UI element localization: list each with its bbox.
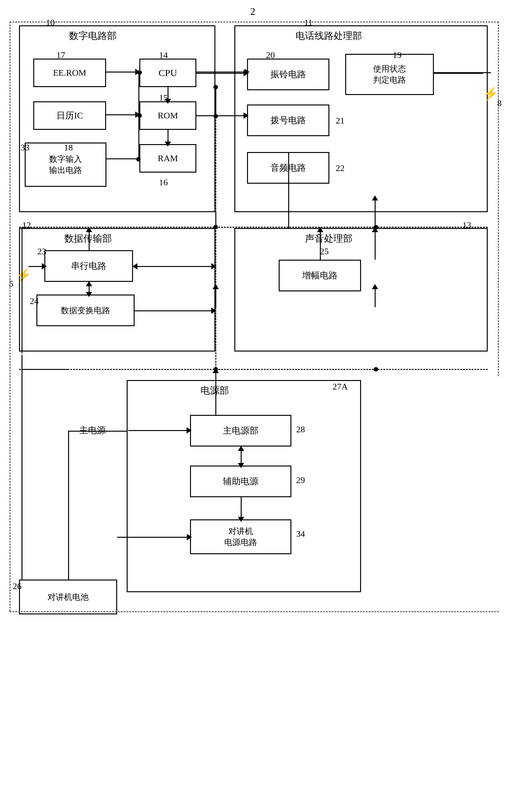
cpu-to-ring-arrow [244, 70, 249, 76]
bus-to-section13-v [375, 228, 376, 260]
num-13: 13 [462, 220, 471, 230]
usage-circuit-label: 使用状态判定电路 [373, 63, 406, 86]
lower-bus-dot-2 [374, 367, 378, 372]
calendar-to-cpu-line [106, 114, 138, 115]
serial-to-bus-line [135, 266, 214, 267]
main-power-box: 主电源部 [190, 415, 291, 446]
num-18: 18 [64, 143, 73, 153]
serial-to-bus-arrow [211, 263, 216, 269]
main-v-bus [216, 86, 216, 377]
aux-to-intercom-line [241, 497, 241, 519]
outer-frame-bottom [9, 611, 499, 612]
diagram: 2 数字电路部 10 电话线路处理部 11 数据传输部 12 声音处理部 13 … [0, 0, 514, 812]
main-power-text: 主电源 [79, 424, 106, 436]
battery-to-intercom-arrow [187, 534, 192, 540]
audio-processing-section: 声音处理部 [234, 228, 488, 351]
rom-box: ROM [139, 102, 196, 130]
data-transfer-section: 数据传输部 [19, 228, 216, 351]
intercom-power-box: 对讲机电源电路 [190, 519, 291, 554]
phone-line-label: 电话线路处理部 [295, 29, 362, 42]
cpu-down-dot [213, 114, 218, 118]
amp-circuit-arrow [317, 227, 323, 232]
battery-to-intercom-line [117, 537, 190, 538]
num-33: 33 [21, 143, 29, 153]
cpu-box: CPU [139, 59, 196, 87]
amp-circuit-v-line [320, 228, 321, 260]
serial-top-arrow [86, 227, 92, 232]
dial-circuit-box: 拨号电路 [247, 105, 330, 136]
num-19: 19 [393, 50, 402, 60]
num-20: 20 [266, 50, 275, 60]
num-21: 21 [336, 116, 345, 126]
main-power-arrow [187, 427, 192, 434]
num-10: 10 [46, 18, 55, 28]
digital-io-v-up [138, 73, 139, 158]
num-23: 23 [37, 246, 46, 257]
left-bus-v-line [22, 227, 23, 353]
num-14: 14 [159, 50, 168, 60]
calendar-ic-box: 日历IC [33, 102, 106, 130]
num-22: 22 [336, 163, 345, 173]
digital-io-label: 数字输入输出电路 [49, 153, 82, 176]
data-transfer-label: 数据传输部 [64, 232, 112, 245]
eerom-label: EE.ROM [53, 68, 86, 78]
diagram-number: 2 [250, 6, 255, 18]
ram-box: RAM [139, 144, 196, 173]
serial-circuit-label: 串行电路 [71, 260, 107, 272]
serial-convert-down-arrow [86, 292, 92, 297]
num-24: 24 [30, 296, 39, 306]
cpu-down-line [216, 87, 216, 116]
rom-to-ram-arrow [165, 142, 171, 147]
eerom-box: EE.ROM [33, 59, 106, 87]
digital-circuit-label: 数字电路部 [69, 29, 117, 42]
bus-to-phone-line [375, 196, 376, 225]
signal-5-arrow [42, 263, 47, 269]
num-16: 16 [159, 177, 168, 187]
intercom-power-label: 对讲机电源电路 [224, 526, 257, 548]
data-convert-label: 数据变换电路 [61, 305, 110, 316]
bus-to-section13-arrow [372, 227, 378, 232]
num-12: 12 [22, 220, 31, 230]
calendar-ic-label: 日历IC [56, 110, 83, 122]
dial-circuit-label: 拨号电路 [270, 114, 306, 126]
aux-power-box: 辅助电源 [190, 466, 291, 497]
ram-label: RAM [158, 153, 178, 164]
data-convert-box: 数据变换电路 [36, 294, 135, 326]
num-29: 29 [296, 475, 305, 485]
eerom-to-cpu-line [106, 71, 138, 72]
bus-to-phone-arrow [372, 195, 378, 200]
outer-frame-right [498, 22, 499, 376]
main-to-aux-arrow-down [238, 463, 244, 468]
power-supply-label: 电源部 [200, 384, 229, 397]
lower-h-dashed-bus [19, 369, 488, 370]
num-25: 25 [320, 246, 329, 257]
num-26: 26 [13, 581, 22, 591]
outer-left-h-to-power [22, 369, 68, 370]
audio-v-down-line [288, 152, 289, 228]
main-power-arrow-line [128, 430, 189, 431]
main-power-label: 主电源部 [223, 425, 258, 437]
outer-frame-left [9, 22, 10, 611]
serial-circuit-box: 串行电路 [44, 250, 133, 282]
num-17: 17 [56, 50, 65, 60]
intercom-battery-box: 对讲机电池 [19, 580, 117, 614]
bus-to-audio-arrow [372, 284, 378, 289]
num-11: 11 [304, 18, 313, 28]
power-to-bus-arrow [212, 368, 219, 373]
rom-right-line [196, 115, 246, 116]
ring-circuit-box: 振铃电路 [247, 59, 330, 90]
serial-convert-up-arrow [86, 281, 92, 286]
aux-to-intercom-arrow [238, 517, 244, 522]
main-to-aux-arrow-up [238, 446, 244, 451]
audio-processing-label: 声音处理部 [305, 232, 352, 245]
signal-8-icon: ⚡ [483, 86, 499, 101]
num-27a: 27A [333, 382, 348, 392]
num-34: 34 [296, 529, 305, 539]
outer-frame-top [9, 22, 499, 23]
serial-from-bus-arrow [133, 263, 138, 269]
signal-5-icon: ⚡ [16, 268, 32, 283]
bus-to-data-transfer-arrow [212, 284, 219, 289]
outer-left-long-v [22, 369, 23, 580]
cpu-to-rom-arrow [165, 99, 171, 104]
intercom-battery-label: 对讲机电池 [48, 591, 89, 603]
